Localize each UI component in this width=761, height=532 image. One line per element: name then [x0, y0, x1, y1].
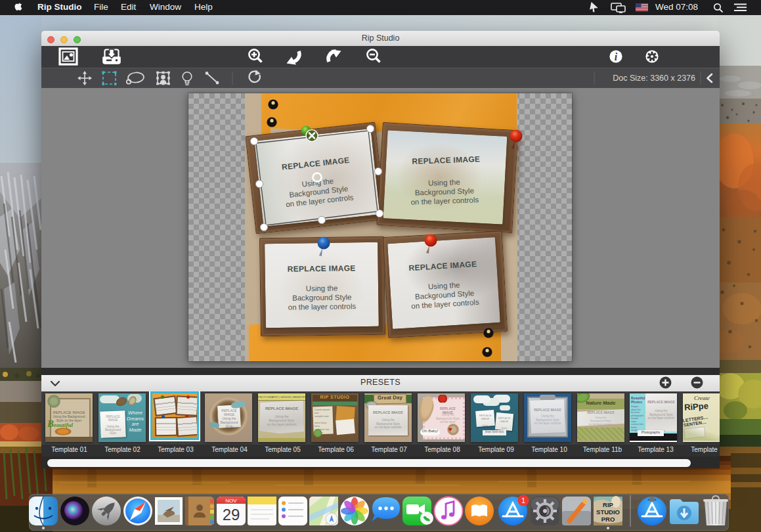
svg-text:NOV: NOV: [225, 498, 237, 504]
svg-text:29: 29: [223, 506, 240, 523]
svg-text:PRO: PRO: [601, 516, 615, 523]
svg-text:STUDIO: STUDIO: [596, 508, 620, 516]
svg-text:1: 1: [521, 497, 525, 504]
svg-text:i: i: [615, 51, 618, 62]
svg-text:RIP: RIP: [603, 501, 614, 508]
